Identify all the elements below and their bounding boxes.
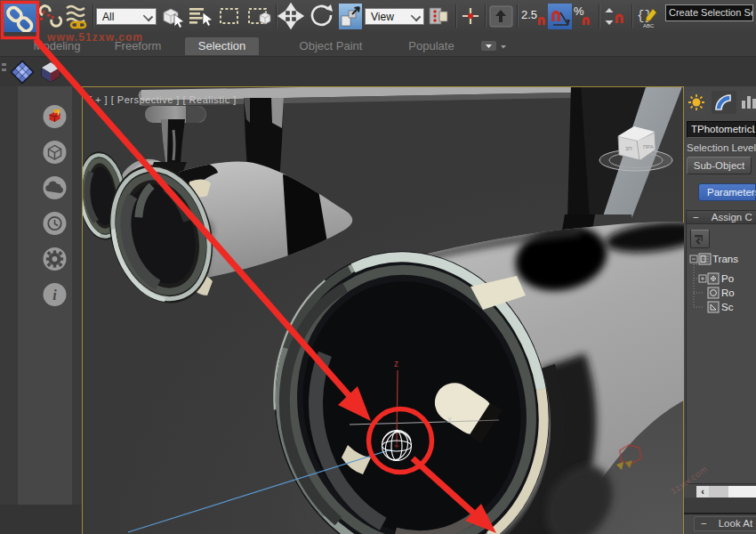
svg-text:www.51zxw.com: www.51zxw.com [46,31,143,44]
svg-text:1zxw.com: 1zxw.com [669,464,710,496]
